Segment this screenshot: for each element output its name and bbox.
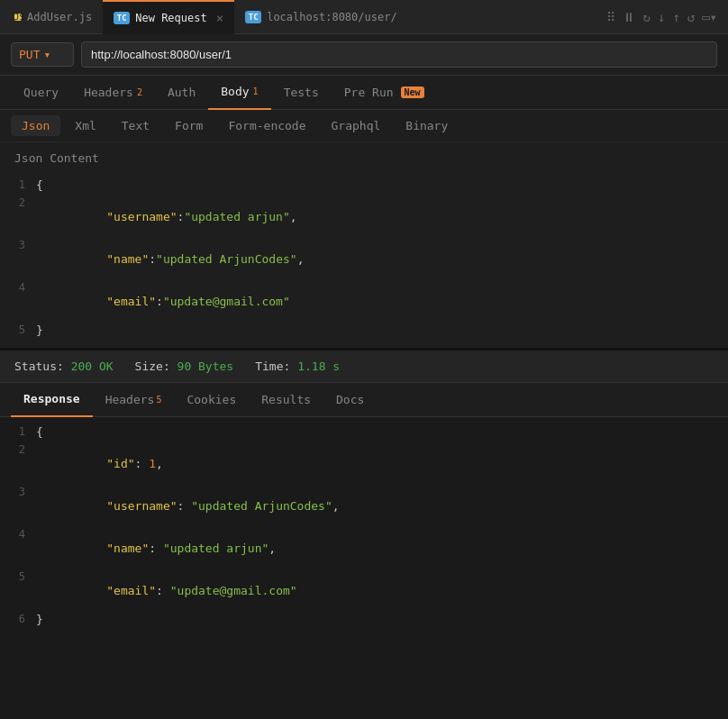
response-tab-response[interactable]: Response <box>11 383 93 417</box>
response-tab-cookies-label: Cookies <box>187 393 236 406</box>
toolbar-actions: ⠿ ⏸ ↻ ↓ ↑ ↺ ▭▾ <box>606 10 724 24</box>
response-line-4: 4 "name": "updated arjun", <box>0 527 728 569</box>
nav-tab-body[interactable]: Body1 <box>208 76 270 110</box>
nav-tab-auth-label: Auth <box>168 86 196 99</box>
json-content-label: Json Content <box>0 142 728 170</box>
response-tab-headers-label: Headers <box>105 393 155 406</box>
nav-tab-query-label: Query <box>23 86 59 99</box>
tc-icon-new: TC <box>114 12 130 24</box>
response-tabs: Response Headers 5 Cookies Results Docs <box>0 383 728 417</box>
status-bar: Status: 200 OK Size: 90 Bytes Time: 1.18… <box>0 350 728 383</box>
body-badge: 1 <box>253 86 259 96</box>
sub-tab-graphql-label: Graphql <box>332 119 381 132</box>
time-label: Time: <box>255 360 290 373</box>
request-body-editor[interactable]: 1 { 2 "username":"updated arjun", 3 "nam… <box>0 170 728 350</box>
nav-tab-tests-label: Tests <box>284 86 319 99</box>
sub-tab-text[interactable]: Text <box>111 115 160 136</box>
response-tab-results-label: Results <box>261 393 311 406</box>
response-line-3: 3 "username": "updated ArjunCodes", <box>0 485 728 527</box>
response-line-5: 5 "email": "update@gmail.com" <box>0 569 728 612</box>
status-value: 200 OK <box>71 360 114 373</box>
method-label: PUT <box>19 48 40 61</box>
request-line-3: 3 "name":"updated ArjunCodes", <box>0 238 728 280</box>
size-item: Size: 90 Bytes <box>135 360 234 373</box>
layout-icon[interactable]: ▭▾ <box>702 10 717 24</box>
tc-icon-local: TC <box>245 11 261 23</box>
grid-icon[interactable]: ⠿ <box>606 10 615 24</box>
sub-tabs: Json Xml Text Form Form-encode Graphql B… <box>0 110 728 142</box>
sub-tab-xml-label: Xml <box>75 119 96 132</box>
size-label: Size: <box>135 360 170 373</box>
time-value: 1.18 s <box>297 360 340 373</box>
tab-close-icon[interactable]: × <box>216 11 223 25</box>
tab-newrequest-label: New Request <box>135 12 206 24</box>
sub-tab-binary-label: Binary <box>405 119 448 132</box>
request-line-2: 2 "username":"updated arjun", <box>0 196 728 238</box>
response-line-6: 6 } <box>0 612 728 630</box>
response-line-2: 2 "id": 1, <box>0 442 728 485</box>
nav-tabs: Query Headers2 Auth Body1 Tests Pre RunN… <box>0 76 728 110</box>
response-headers-badge: 5 <box>156 395 161 405</box>
nav-tab-headers-label: Headers <box>84 86 133 99</box>
status-item: Status: 200 OK <box>14 360 114 373</box>
url-input[interactable] <box>81 41 717 68</box>
nav-tab-prerun[interactable]: Pre RunNew <box>332 76 437 110</box>
upload-icon[interactable]: ↑ <box>672 10 679 24</box>
nav-tab-headers[interactable]: Headers2 <box>71 76 155 110</box>
nav-tab-body-label: Body <box>221 85 249 98</box>
headers-badge: 2 <box>137 87 142 97</box>
nav-tab-tests[interactable]: Tests <box>271 76 332 110</box>
sub-tab-binary[interactable]: Binary <box>395 115 459 136</box>
url-bar: PUT ▾ <box>0 34 728 76</box>
method-chevron: ▾ <box>43 48 50 61</box>
pause-icon[interactable]: ⏸ <box>623 10 635 24</box>
time-item: Time: 1.18 s <box>255 360 340 373</box>
sub-tab-xml[interactable]: Xml <box>64 115 106 136</box>
sub-tab-json-label: Json <box>22 119 50 132</box>
response-tab-headers[interactable]: Headers 5 <box>93 383 175 417</box>
sub-tab-text-label: Text <box>122 119 150 132</box>
request-line-5: 5 } <box>0 323 728 341</box>
reset-icon[interactable]: ↺ <box>687 10 695 24</box>
sub-tab-form-label: Form <box>175 119 203 132</box>
tab-localhost-label: localhost:8080/user/ <box>267 11 397 23</box>
response-tab-response-label: Response <box>23 392 80 405</box>
response-tab-docs-label: Docs <box>336 393 364 406</box>
tab-localhost[interactable]: TC localhost:8080/user/ <box>234 0 408 34</box>
status-label: Status: <box>14 360 64 373</box>
response-tab-cookies[interactable]: Cookies <box>174 383 249 417</box>
tab-adduser-label: AddUser.js <box>27 11 92 23</box>
sub-tab-formencode-label: Form-encode <box>228 119 305 132</box>
refresh-icon[interactable]: ↻ <box>642 10 650 24</box>
method-select[interactable]: PUT ▾ <box>11 42 74 67</box>
sub-tab-form[interactable]: Form <box>164 115 214 136</box>
response-line-1: 1 { <box>0 424 728 442</box>
request-line-4: 4 "email":"update@gmail.com" <box>0 280 728 323</box>
download-icon[interactable]: ↓ <box>658 10 665 24</box>
nav-tab-prerun-label: Pre Run <box>344 86 394 99</box>
js-icon: JS <box>14 14 22 21</box>
tab-newrequest[interactable]: TC New Request × <box>103 0 234 34</box>
sub-tab-graphql[interactable]: Graphql <box>321 115 392 136</box>
nav-tab-auth[interactable]: Auth <box>155 76 208 110</box>
tab-adduser[interactable]: JS AddUser.js <box>4 0 103 34</box>
tab-bar: JS AddUser.js TC New Request × TC localh… <box>0 0 728 34</box>
sub-tab-json[interactable]: Json <box>11 115 60 136</box>
request-line-1: 1 { <box>0 177 728 196</box>
sub-tab-formenccode[interactable]: Form-encode <box>217 115 316 136</box>
response-tab-docs[interactable]: Docs <box>323 383 377 417</box>
response-tab-results[interactable]: Results <box>249 383 323 417</box>
response-body: 1 { 2 "id": 1, 3 "username": "updated Ar… <box>0 417 728 637</box>
prerun-new-badge: New <box>401 86 424 98</box>
size-value: 90 Bytes <box>177 360 234 373</box>
nav-tab-query[interactable]: Query <box>11 76 71 110</box>
